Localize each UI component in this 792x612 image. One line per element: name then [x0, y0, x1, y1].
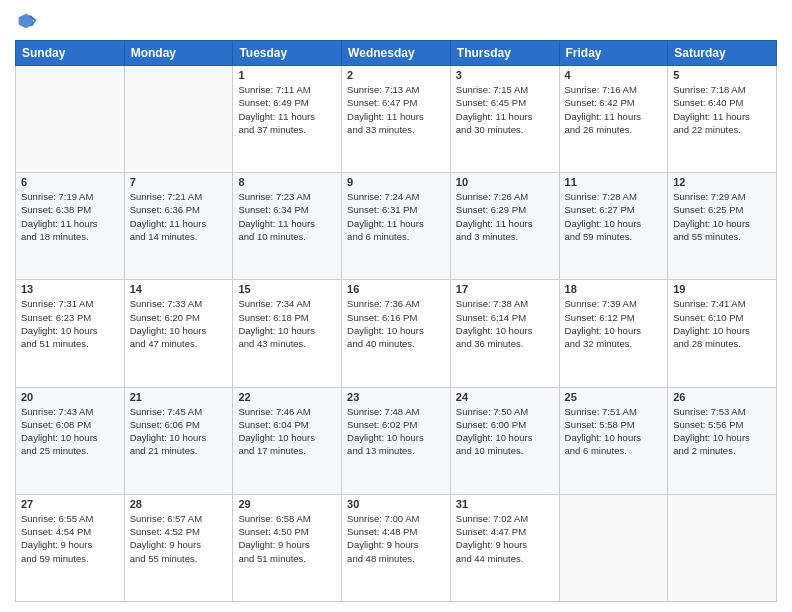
calendar-cell [16, 66, 125, 173]
week-row-3: 20Sunrise: 7:43 AM Sunset: 6:08 PM Dayli… [16, 387, 777, 494]
weekday-saturday: Saturday [668, 41, 777, 66]
calendar-cell: 2Sunrise: 7:13 AM Sunset: 6:47 PM Daylig… [342, 66, 451, 173]
cell-content: Sunrise: 6:58 AM Sunset: 4:50 PM Dayligh… [238, 512, 336, 565]
calendar-cell: 25Sunrise: 7:51 AM Sunset: 5:58 PM Dayli… [559, 387, 668, 494]
calendar-cell: 11Sunrise: 7:28 AM Sunset: 6:27 PM Dayli… [559, 173, 668, 280]
cell-content: Sunrise: 7:18 AM Sunset: 6:40 PM Dayligh… [673, 83, 771, 136]
week-row-2: 13Sunrise: 7:31 AM Sunset: 6:23 PM Dayli… [16, 280, 777, 387]
day-number: 23 [347, 391, 445, 403]
weekday-tuesday: Tuesday [233, 41, 342, 66]
calendar-cell: 10Sunrise: 7:26 AM Sunset: 6:29 PM Dayli… [450, 173, 559, 280]
day-number: 26 [673, 391, 771, 403]
cell-content: Sunrise: 7:02 AM Sunset: 4:47 PM Dayligh… [456, 512, 554, 565]
calendar-cell: 7Sunrise: 7:21 AM Sunset: 6:36 PM Daylig… [124, 173, 233, 280]
calendar-cell [668, 494, 777, 601]
cell-content: Sunrise: 7:46 AM Sunset: 6:04 PM Dayligh… [238, 405, 336, 458]
cell-content: Sunrise: 7:00 AM Sunset: 4:48 PM Dayligh… [347, 512, 445, 565]
day-number: 22 [238, 391, 336, 403]
calendar-cell: 5Sunrise: 7:18 AM Sunset: 6:40 PM Daylig… [668, 66, 777, 173]
cell-content: Sunrise: 7:51 AM Sunset: 5:58 PM Dayligh… [565, 405, 663, 458]
cell-content: Sunrise: 7:34 AM Sunset: 6:18 PM Dayligh… [238, 297, 336, 350]
calendar-cell: 24Sunrise: 7:50 AM Sunset: 6:00 PM Dayli… [450, 387, 559, 494]
day-number: 21 [130, 391, 228, 403]
day-number: 3 [456, 69, 554, 81]
day-number: 29 [238, 498, 336, 510]
calendar-cell: 23Sunrise: 7:48 AM Sunset: 6:02 PM Dayli… [342, 387, 451, 494]
weekday-wednesday: Wednesday [342, 41, 451, 66]
weekday-header-row: SundayMondayTuesdayWednesdayThursdayFrid… [16, 41, 777, 66]
calendar-cell: 3Sunrise: 7:15 AM Sunset: 6:45 PM Daylig… [450, 66, 559, 173]
calendar-cell: 30Sunrise: 7:00 AM Sunset: 4:48 PM Dayli… [342, 494, 451, 601]
cell-content: Sunrise: 7:29 AM Sunset: 6:25 PM Dayligh… [673, 190, 771, 243]
cell-content: Sunrise: 7:50 AM Sunset: 6:00 PM Dayligh… [456, 405, 554, 458]
calendar-cell: 29Sunrise: 6:58 AM Sunset: 4:50 PM Dayli… [233, 494, 342, 601]
weekday-sunday: Sunday [16, 41, 125, 66]
cell-content: Sunrise: 7:13 AM Sunset: 6:47 PM Dayligh… [347, 83, 445, 136]
week-row-0: 1Sunrise: 7:11 AM Sunset: 6:49 PM Daylig… [16, 66, 777, 173]
calendar-cell: 4Sunrise: 7:16 AM Sunset: 6:42 PM Daylig… [559, 66, 668, 173]
day-number: 14 [130, 283, 228, 295]
calendar-cell: 17Sunrise: 7:38 AM Sunset: 6:14 PM Dayli… [450, 280, 559, 387]
calendar-cell: 22Sunrise: 7:46 AM Sunset: 6:04 PM Dayli… [233, 387, 342, 494]
day-number: 25 [565, 391, 663, 403]
day-number: 17 [456, 283, 554, 295]
day-number: 16 [347, 283, 445, 295]
day-number: 4 [565, 69, 663, 81]
calendar-cell: 14Sunrise: 7:33 AM Sunset: 6:20 PM Dayli… [124, 280, 233, 387]
day-number: 2 [347, 69, 445, 81]
cell-content: Sunrise: 7:43 AM Sunset: 6:08 PM Dayligh… [21, 405, 119, 458]
day-number: 20 [21, 391, 119, 403]
cell-content: Sunrise: 6:55 AM Sunset: 4:54 PM Dayligh… [21, 512, 119, 565]
cell-content: Sunrise: 7:28 AM Sunset: 6:27 PM Dayligh… [565, 190, 663, 243]
calendar-cell: 28Sunrise: 6:57 AM Sunset: 4:52 PM Dayli… [124, 494, 233, 601]
calendar-cell [559, 494, 668, 601]
week-row-4: 27Sunrise: 6:55 AM Sunset: 4:54 PM Dayli… [16, 494, 777, 601]
calendar-cell: 16Sunrise: 7:36 AM Sunset: 6:16 PM Dayli… [342, 280, 451, 387]
cell-content: Sunrise: 7:31 AM Sunset: 6:23 PM Dayligh… [21, 297, 119, 350]
calendar-cell [124, 66, 233, 173]
day-number: 18 [565, 283, 663, 295]
week-row-1: 6Sunrise: 7:19 AM Sunset: 6:38 PM Daylig… [16, 173, 777, 280]
cell-content: Sunrise: 7:16 AM Sunset: 6:42 PM Dayligh… [565, 83, 663, 136]
calendar-cell: 1Sunrise: 7:11 AM Sunset: 6:49 PM Daylig… [233, 66, 342, 173]
calendar-cell: 15Sunrise: 7:34 AM Sunset: 6:18 PM Dayli… [233, 280, 342, 387]
day-number: 28 [130, 498, 228, 510]
calendar-cell: 18Sunrise: 7:39 AM Sunset: 6:12 PM Dayli… [559, 280, 668, 387]
cell-content: Sunrise: 7:23 AM Sunset: 6:34 PM Dayligh… [238, 190, 336, 243]
weekday-friday: Friday [559, 41, 668, 66]
day-number: 31 [456, 498, 554, 510]
day-number: 6 [21, 176, 119, 188]
weekday-monday: Monday [124, 41, 233, 66]
cell-content: Sunrise: 7:45 AM Sunset: 6:06 PM Dayligh… [130, 405, 228, 458]
cell-content: Sunrise: 7:38 AM Sunset: 6:14 PM Dayligh… [456, 297, 554, 350]
calendar-cell: 20Sunrise: 7:43 AM Sunset: 6:08 PM Dayli… [16, 387, 125, 494]
calendar-cell: 21Sunrise: 7:45 AM Sunset: 6:06 PM Dayli… [124, 387, 233, 494]
calendar-cell: 13Sunrise: 7:31 AM Sunset: 6:23 PM Dayli… [16, 280, 125, 387]
day-number: 1 [238, 69, 336, 81]
cell-content: Sunrise: 7:26 AM Sunset: 6:29 PM Dayligh… [456, 190, 554, 243]
calendar-cell: 19Sunrise: 7:41 AM Sunset: 6:10 PM Dayli… [668, 280, 777, 387]
calendar-cell: 27Sunrise: 6:55 AM Sunset: 4:54 PM Dayli… [16, 494, 125, 601]
page: SundayMondayTuesdayWednesdayThursdayFrid… [0, 0, 792, 612]
cell-content: Sunrise: 7:11 AM Sunset: 6:49 PM Dayligh… [238, 83, 336, 136]
cell-content: Sunrise: 7:33 AM Sunset: 6:20 PM Dayligh… [130, 297, 228, 350]
day-number: 8 [238, 176, 336, 188]
day-number: 9 [347, 176, 445, 188]
logo-icon [15, 10, 37, 32]
calendar-cell: 8Sunrise: 7:23 AM Sunset: 6:34 PM Daylig… [233, 173, 342, 280]
calendar-cell: 12Sunrise: 7:29 AM Sunset: 6:25 PM Dayli… [668, 173, 777, 280]
calendar-cell: 6Sunrise: 7:19 AM Sunset: 6:38 PM Daylig… [16, 173, 125, 280]
header [15, 10, 777, 32]
day-number: 5 [673, 69, 771, 81]
day-number: 10 [456, 176, 554, 188]
day-number: 27 [21, 498, 119, 510]
cell-content: Sunrise: 7:24 AM Sunset: 6:31 PM Dayligh… [347, 190, 445, 243]
day-number: 11 [565, 176, 663, 188]
cell-content: Sunrise: 7:19 AM Sunset: 6:38 PM Dayligh… [21, 190, 119, 243]
day-number: 15 [238, 283, 336, 295]
cell-content: Sunrise: 6:57 AM Sunset: 4:52 PM Dayligh… [130, 512, 228, 565]
weekday-thursday: Thursday [450, 41, 559, 66]
calendar-cell: 9Sunrise: 7:24 AM Sunset: 6:31 PM Daylig… [342, 173, 451, 280]
calendar-cell: 26Sunrise: 7:53 AM Sunset: 5:56 PM Dayli… [668, 387, 777, 494]
cell-content: Sunrise: 7:53 AM Sunset: 5:56 PM Dayligh… [673, 405, 771, 458]
